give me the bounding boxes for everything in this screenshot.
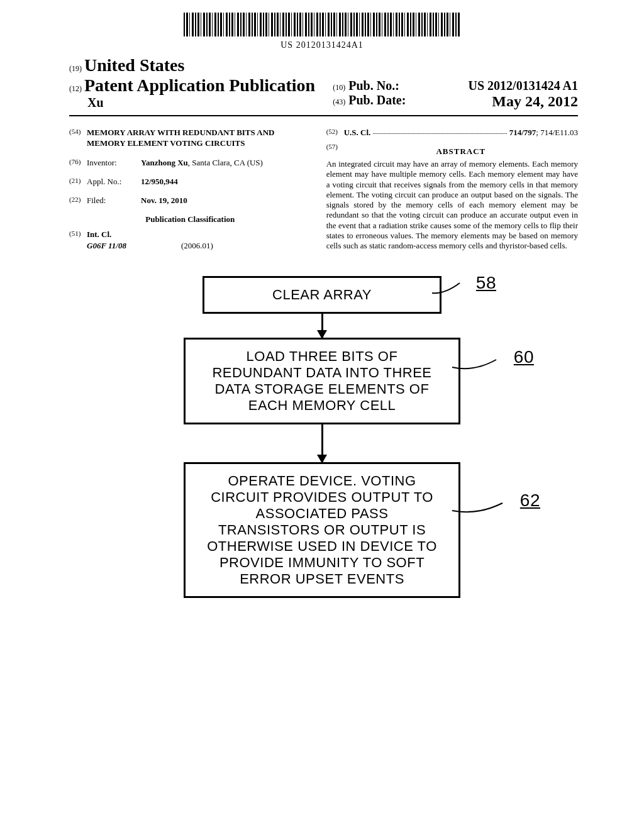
barcode-graphic (184, 13, 460, 36)
uscl-label: U.S. Cl. (344, 128, 371, 138)
pub-no-line: (10) Pub. No.: US 2012/0131424 A1 (333, 79, 578, 93)
lead-line-62 (452, 502, 509, 516)
header: (19) United States (12) Patent Applicati… (69, 55, 578, 116)
inventor-location: , Santa Clara, CA (US) (188, 158, 263, 167)
uscl-row: (52) U.S. Cl. 714/797; 714/E11.03 (326, 128, 578, 138)
inventor-value: Yanzhong Xu, Santa Clara, CA (US) (141, 158, 311, 168)
flow-box-operate-device: OPERATE DEVICE. VOTING CIRCUIT PROVIDES … (184, 462, 460, 598)
intcl-code: (51) (69, 230, 87, 240)
flow-box-load-bits: LOAD THREE BITS OF REDUNDANT DATA INTO T… (184, 338, 460, 424)
uscl-value-secondary: ; 714/E11.03 (536, 128, 578, 137)
flow-box-3-text: OPERATE DEVICE. VOTING CIRCUIT PROVIDES … (207, 473, 437, 587)
uscl-value-primary: 714/797 (509, 128, 536, 137)
lead-line-60 (452, 358, 502, 372)
invention-title: MEMORY ARRAY WITH REDUNDANT BITS AND MEM… (87, 128, 311, 149)
abstract-text: An integrated circuit may have an array … (326, 159, 578, 251)
uscl-code: (52) (326, 128, 344, 138)
patent-page: US 20120131424A1 (19) United States (12)… (0, 0, 644, 830)
country-line: (19) United States (69, 55, 326, 75)
pub-no-code: (10) (333, 83, 345, 92)
lead-line-58 (432, 282, 467, 296)
flow-box-1-text: CLEAR ARRAY (272, 287, 372, 302)
reference-60: 60 (514, 347, 534, 367)
inventor-label: Inventor: (87, 158, 141, 168)
appl-row: (21) Appl. No.: 12/950,944 (69, 177, 311, 187)
filed-code: (22) (69, 196, 87, 206)
country-name: United States (84, 55, 184, 75)
pub-date-value: May 24, 2012 (492, 93, 578, 110)
flowchart-diagram: CLEAR ARRAY 58 LOAD THREE BITS OF REDUND… (133, 276, 511, 598)
pub-date-code: (43) (333, 97, 345, 106)
inventor-row: (76) Inventor: Yanzhong Xu, Santa Clara,… (69, 158, 311, 168)
abstract-heading-row: (57) ABSTRACT (326, 143, 578, 159)
intcl-label: Int. Cl. (87, 230, 311, 240)
title-row: (54) MEMORY ARRAY WITH REDUNDANT BITS AN… (69, 128, 311, 149)
flow-box-clear-array: CLEAR ARRAY 58 (203, 276, 441, 314)
flow-arrow-1 (321, 314, 323, 338)
flow-box-2-text: LOAD THREE BITS OF REDUNDANT DATA INTO T… (212, 348, 431, 413)
intcl-classification: G06F 11/08 (87, 241, 181, 251)
left-column: (54) MEMORY ARRAY WITH REDUNDANT BITS AN… (69, 128, 311, 251)
filed-row: (22) Filed: Nov. 19, 2010 (69, 196, 311, 206)
reference-62: 62 (520, 490, 540, 511)
country-code: (19) (69, 64, 82, 73)
barcode-block (0, 13, 644, 39)
abstract-code: (57) (326, 143, 344, 159)
appl-code: (21) (69, 177, 87, 187)
pub-type-code: (12) (69, 84, 82, 93)
title-code: (54) (69, 128, 87, 149)
abstract-heading: ABSTRACT (344, 147, 578, 157)
inventor-code: (76) (69, 158, 87, 168)
author-line: Xu (69, 96, 326, 110)
pub-type: Patent Application Publication (84, 75, 315, 95)
intcl-year: (2006.01) (181, 241, 213, 251)
pub-date-label: Pub. Date: (348, 93, 406, 107)
publication-classification-heading: Publication Classification (69, 214, 311, 224)
pub-type-line: (12) Patent Application Publication (69, 75, 326, 96)
flow-arrow-2 (321, 424, 323, 462)
pub-no-value: US 2012/0131424 A1 (469, 79, 578, 93)
filed-label: Filed: (87, 196, 141, 206)
uscl-values: 714/797; 714/E11.03 (509, 128, 578, 138)
reference-58: 58 (476, 273, 496, 293)
filed-value: Nov. 19, 2010 (141, 196, 311, 206)
pub-date-line: (43) Pub. Date: May 24, 2012 (333, 93, 578, 108)
right-column: (52) U.S. Cl. 714/797; 714/E11.03 (57) A… (326, 128, 578, 251)
inventor-name: Yanzhong Xu (141, 158, 188, 167)
intcl-block: G06F 11/08 (2006.01) (87, 241, 311, 251)
intcl-row: (51) Int. Cl. (69, 230, 311, 240)
pub-no-label: Pub. No.: (348, 79, 399, 92)
appl-label: Appl. No.: (87, 177, 141, 187)
uscl-dots (373, 128, 506, 134)
barcode-number: US 20120131424A1 (0, 40, 644, 50)
appl-value: 12/950,944 (141, 177, 311, 187)
content-columns: (54) MEMORY ARRAY WITH REDUNDANT BITS AN… (69, 128, 578, 251)
